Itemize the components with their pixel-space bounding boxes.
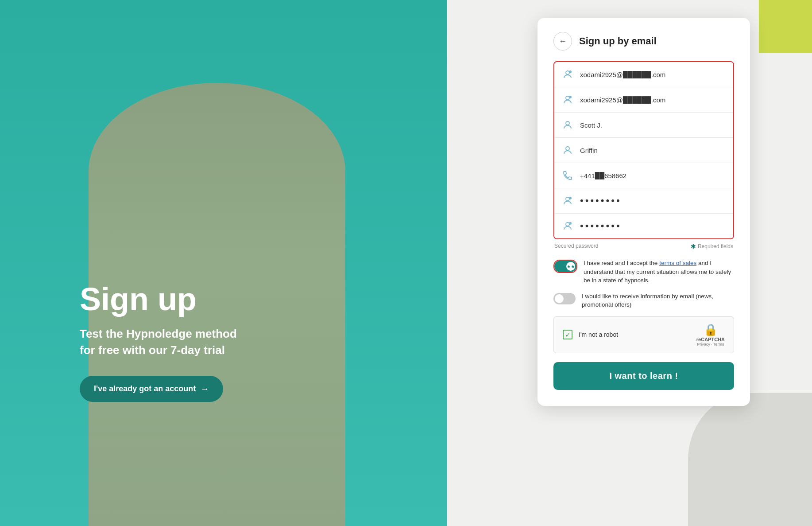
password2-icon [561, 220, 574, 232]
email2-input[interactable] [580, 96, 726, 104]
form-fields-container: ✦ [553, 61, 734, 239]
recaptcha-left: ✓ I'm not a robot [563, 330, 618, 339]
email-toggle-row: I would like to receive information by e… [553, 292, 734, 309]
email-toggle-text: I would like to receive information by e… [582, 292, 734, 309]
email2-row [554, 87, 733, 113]
hero-section: Sign up Test the Hypnoledge method for f… [0, 0, 447, 526]
lastname-icon [561, 144, 574, 156]
recaptcha-brand-text: reCAPTCHA [696, 337, 725, 342]
submit-button[interactable]: I want to learn ! [553, 362, 734, 390]
terms-toggle-wrapper: ★ [553, 260, 577, 273]
email-toggle[interactable] [553, 293, 576, 304]
recaptcha-checkbox[interactable]: ✓ [563, 330, 572, 339]
submit-label: I want to learn ! [609, 371, 678, 381]
firstname-row [554, 113, 733, 138]
email1-input[interactable] [580, 71, 726, 78]
field-notes: Secured password ✱ Required fields [553, 243, 734, 250]
lastname-row [554, 138, 733, 163]
password1-value: •••••••• [580, 195, 726, 207]
secured-password-text: Secured password [554, 243, 598, 250]
required-fields-text: ✱ Required fields [691, 243, 733, 250]
terms-toggle-row: ★ I have read and I accept the terms of … [553, 259, 734, 285]
svg-point-8 [569, 197, 572, 199]
svg-point-7 [566, 197, 569, 201]
phone-row [554, 163, 733, 188]
recaptcha-area: ✓ I'm not a robot 🔒 reCAPTCHA Privacy · … [553, 316, 734, 353]
signup-modal: ← Sign up by email ✦ [537, 18, 750, 406]
recaptcha-right: 🔒 reCAPTCHA Privacy · Terms [696, 323, 725, 347]
toggle-star-icon: ★ [567, 264, 571, 269]
email1-row: ✦ [554, 62, 733, 87]
svg-point-4 [569, 96, 572, 98]
svg-point-6 [566, 147, 569, 150]
modal-title: Sign up by email [579, 35, 657, 47]
firstname-input[interactable] [580, 121, 726, 129]
required-star-icon: ✱ [691, 243, 696, 250]
lastname-input[interactable] [580, 147, 726, 154]
svg-point-9 [566, 222, 569, 226]
recaptcha-links-text: Privacy · Terms [697, 342, 724, 347]
recaptcha-label: I'm not a robot [579, 331, 618, 338]
accent-top-right [759, 0, 812, 53]
hero-subtitle: Test the Hypnoledge method for free with… [80, 326, 248, 358]
firstname-icon [561, 119, 574, 131]
password1-row: •••••••• [554, 188, 733, 214]
arrow-right-icon: → [200, 384, 209, 394]
phone-input[interactable] [580, 172, 726, 179]
terms-toggle[interactable]: ★ [554, 261, 576, 272]
terms-toggle-knob: ★ [566, 262, 575, 271]
hero-title: Sign up [80, 282, 248, 317]
already-account-label: I've already got an account [94, 384, 196, 394]
terms-of-sales-link[interactable]: terms of sales [659, 260, 696, 266]
hero-text-block: Sign up Test the Hypnoledge method for f… [80, 282, 248, 402]
modal-header: ← Sign up by email [553, 32, 734, 51]
back-arrow-icon: ← [559, 37, 567, 46]
email2-icon [561, 94, 574, 106]
email1-icon: ✦ [561, 68, 574, 81]
phone-icon [561, 169, 574, 182]
svg-point-5 [566, 121, 569, 125]
password2-value: •••••••• [580, 220, 726, 232]
svg-point-10 [569, 222, 572, 225]
terms-toggle-text: I have read and I accept the terms of sa… [584, 259, 734, 285]
email-toggle-wrapper [553, 293, 576, 304]
password1-icon [561, 195, 574, 207]
email-toggle-knob [555, 294, 564, 303]
back-button[interactable]: ← [553, 32, 572, 51]
already-account-button[interactable]: I've already got an account → [80, 376, 223, 402]
accent-bottom-right [688, 393, 812, 526]
password2-row: •••••••• [554, 214, 733, 238]
recaptcha-logo-icon: 🔒 [704, 323, 718, 337]
svg-point-3 [566, 96, 569, 100]
